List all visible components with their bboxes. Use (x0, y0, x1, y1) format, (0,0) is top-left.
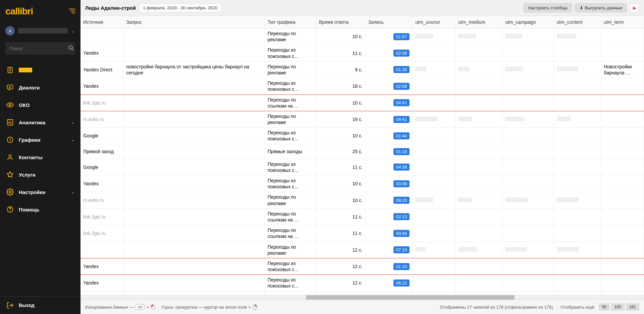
sidebar-item-Аналитика[interactable]: Аналитика⌄ (0, 114, 80, 131)
recording-badge[interactable]: 01:10 (393, 263, 410, 270)
recording-badge[interactable]: 02:13 (393, 213, 410, 220)
cell-query (123, 258, 265, 274)
cell-traffic-type: Переходы из поисковых с… (265, 45, 316, 61)
recording-badge[interactable]: 03:08 (393, 180, 410, 187)
cell-source (80, 28, 123, 45)
table-row[interactable]: Переходы по рекламе12 с.07:19 (80, 242, 644, 258)
recording-badge[interactable]: 09:41 (393, 116, 410, 123)
cell-utm (455, 159, 502, 175)
cell-response-time: 11 с. (316, 208, 365, 225)
cell-response-time: 10 с. (316, 28, 365, 45)
ctrl-key: ctrl (136, 304, 145, 310)
scrollbar-thumb[interactable] (306, 295, 515, 300)
recording-badge[interactable]: 04:41 (393, 99, 410, 106)
help-icon (6, 205, 14, 213)
cell-utm (502, 144, 554, 159)
sidebar-item-Диалоги[interactable]: Диалоги (0, 79, 80, 96)
cell-utm-term (601, 78, 644, 95)
column-header[interactable]: utm_medium (455, 16, 502, 28)
cell-utm (413, 275, 455, 291)
table-row[interactable]: Прямой заходПрямые заходы25 с.01:18 (80, 144, 644, 159)
recording-badge[interactable]: 01:57 (393, 33, 410, 40)
show-more-button[interactable]: 161 (626, 303, 639, 311)
table-row[interactable]: GoogleПереходы из поисковых с…11 с.04:39 (80, 159, 644, 175)
column-header[interactable]: Запись (365, 16, 412, 28)
show-more-button[interactable]: 100 (611, 303, 625, 311)
table-scroll[interactable]: ИсточникЗапросТип трафикаВремя ответаЗап… (80, 16, 644, 295)
cell-traffic-type: Прямые заходы (265, 144, 316, 159)
footer: Копирование данных — ctrl + Гориз. прокр… (80, 300, 644, 314)
recording-badge[interactable]: 07:19 (393, 246, 410, 253)
table-row[interactable]: YandexПереходы из поисковых с…11 с.02:08 (80, 45, 644, 61)
column-header[interactable]: utm_content (554, 16, 601, 28)
cell-response-time: 18 с. (316, 78, 365, 95)
recording-badge[interactable]: 09:20 (393, 197, 410, 204)
cell-query (123, 78, 265, 95)
cell-utm (455, 95, 502, 111)
table-row[interactable]: nova.ramb…марс жкПереходы по рекламе11 с… (80, 291, 644, 295)
configure-columns-button[interactable]: Настроить столбцы (524, 3, 572, 12)
chevron-down-icon: ⌄ (71, 137, 74, 142)
menu-toggle-icon[interactable] (69, 8, 75, 15)
table-row[interactable]: GoogleПереходы из поисковых с…10 с.01:44 (80, 128, 644, 144)
sidebar-item-exit[interactable]: Выход (0, 296, 80, 314)
table-row[interactable]: m.avito.ruПереходы по рекламе10 с.09:20 (80, 192, 644, 208)
recording-badge[interactable]: 01:18 (393, 148, 410, 155)
column-header[interactable]: Источник (80, 16, 123, 28)
recording-badge[interactable]: 02:09 (393, 83, 410, 90)
recording-badge[interactable]: 01:44 (393, 132, 410, 139)
cell-utm (413, 159, 455, 175)
table-row[interactable]: Переходы по рекламе10 с.01:57 (80, 28, 644, 45)
sidebar-item-Настройки[interactable]: Настройки⌄ (0, 183, 80, 201)
table-row[interactable]: Yandex Directновостройки барнаула от зас… (80, 61, 644, 78)
sidebar-item-Услуги[interactable]: Услуги (0, 166, 80, 183)
column-header[interactable]: utm_source (413, 16, 455, 28)
column-header[interactable]: Запрос (123, 16, 265, 28)
sidebar-item-active[interactable] (0, 61, 80, 79)
cell-utm-term (601, 159, 644, 175)
column-header[interactable]: Тип трафика (265, 16, 316, 28)
column-header[interactable]: utm_term (601, 16, 644, 28)
cell-query: марс жк (123, 291, 265, 295)
show-more-button[interactable]: 50 (599, 303, 610, 311)
cell-utm (413, 208, 455, 225)
search-input[interactable] (9, 46, 68, 51)
recording-badge[interactable]: 04:39 (393, 164, 410, 171)
table-row[interactable]: link.2gis.ruПереходы по ссылкам на …11 с… (80, 208, 644, 225)
recording-badge[interactable]: 01:16 (393, 66, 410, 73)
cell-utm (502, 242, 554, 258)
logo[interactable]: callibri (5, 6, 33, 17)
sidebar-item-ОКО[interactable]: ОКО (0, 96, 80, 114)
table-row[interactable]: YandexПереходы из поисковых с…18 с.02:09 (80, 78, 644, 95)
user-switcher[interactable]: А ⌄ (0, 23, 80, 39)
cell-utm (554, 291, 601, 295)
column-header[interactable]: utm_campaign (502, 16, 554, 28)
play-button[interactable]: ▶ (630, 4, 639, 12)
cell-utm-term (601, 144, 644, 159)
cell-recording: 09:41 (365, 111, 412, 127)
date-range[interactable]: 1 февраля, 2019 - 30 сентября, 2020 (139, 4, 221, 12)
table-row[interactable]: YandexПереходы из поисковых с…10 с.03:08 (80, 176, 644, 192)
recording-badge[interactable]: 02:08 (393, 50, 410, 57)
recording-badge[interactable]: 06:22 (393, 279, 410, 287)
column-header[interactable]: Время ответа (316, 16, 365, 28)
horizontal-scrollbar[interactable] (80, 295, 644, 300)
sidebar-item-Графики[interactable]: Графики⌄ (0, 131, 80, 148)
export-button[interactable]: ⬇Выгрузить данные (575, 3, 627, 12)
search-box[interactable] (5, 42, 75, 55)
table-row[interactable]: link.2gis.ruПереходы по ссылкам на …11 с… (80, 225, 644, 242)
sidebar-item-Помощь[interactable]: Помощь (0, 201, 80, 218)
cell-recording: 01:10 (365, 258, 412, 274)
table-row[interactable]: m.avito.ruПереходы по рекламе19 с.09:41 (80, 111, 644, 127)
recording-badge[interactable]: 00:44 (393, 230, 410, 237)
table-row[interactable]: link.2gis.ruПереходы по ссылкам на …10 с… (80, 95, 644, 111)
cell-query (123, 208, 265, 225)
cell-utm (502, 78, 554, 95)
cell-traffic-type: Переходы по рекламе (265, 291, 316, 295)
sidebar-item-Контакты[interactable]: Контакты (0, 148, 80, 166)
cell-source: link.2gis.ru (80, 95, 123, 111)
cell-source: Yandex (80, 258, 123, 274)
table-row[interactable]: YandexПереходы из поисковых с…12 с.01:10 (80, 258, 644, 274)
table-row[interactable]: YandexПереходы из поисковых с…12 с.06:22 (80, 275, 644, 291)
cell-recording: 03:08 (365, 176, 412, 192)
